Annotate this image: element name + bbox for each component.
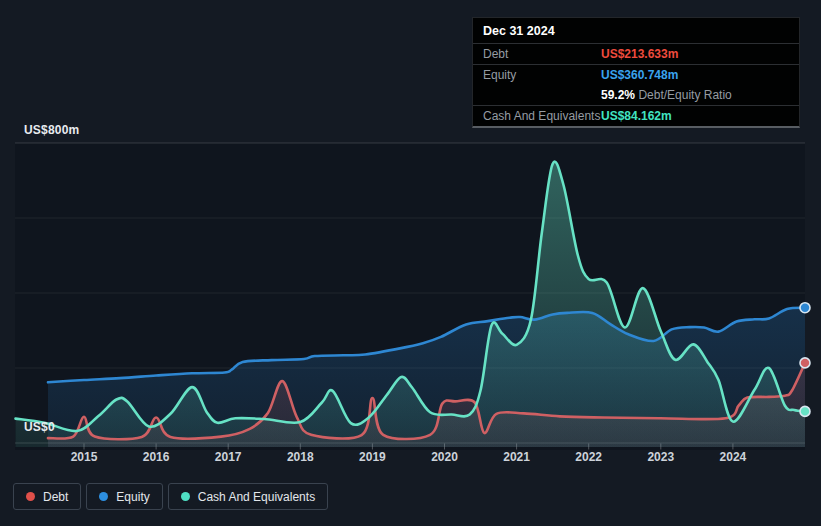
x-axis-label-2021: 2021 — [503, 450, 530, 464]
legend-item-cash-and-equivalents[interactable]: Cash And Equivalents — [168, 483, 328, 510]
tooltip-debt-value: US$213.633m — [601, 47, 789, 61]
debt-equity-chart-panel: US$800m US$0 201520162017201820192020202… — [0, 0, 821, 526]
legend: DebtEquityCash And Equivalents — [13, 483, 328, 510]
tooltip-ratio-row: 59.2% Debt/Equity Ratio — [473, 85, 799, 106]
tooltip-date: Dec 31 2024 — [473, 18, 799, 44]
x-axis-label-2016: 2016 — [143, 450, 170, 464]
x-axis-label-2019: 2019 — [359, 450, 386, 464]
cash-and-equivalents-endpoint-dot[interactable] — [800, 406, 810, 416]
tooltip-cash-label: Cash And Equivalents — [483, 109, 601, 123]
tooltip-debt-row: Debt US$213.633m — [473, 44, 799, 65]
x-axis-label-2018: 2018 — [287, 450, 314, 464]
y-axis-zero-label: US$0 — [24, 420, 55, 434]
tooltip-equity-label: Equity — [483, 68, 601, 82]
x-axis-label-2015: 2015 — [71, 450, 98, 464]
legend-label: Cash And Equivalents — [198, 490, 315, 504]
legend-dot — [99, 492, 108, 501]
tooltip-debt-label: Debt — [483, 47, 601, 61]
x-axis-label-2020: 2020 — [431, 450, 458, 464]
debt-endpoint-dot[interactable] — [800, 358, 810, 368]
legend-item-equity[interactable]: Equity — [86, 483, 162, 510]
legend-label: Debt — [43, 490, 68, 504]
chart-tooltip: Dec 31 2024 Debt US$213.633m Equity US$3… — [472, 17, 800, 128]
tooltip-cash-row: Cash And Equivalents US$84.162m — [473, 106, 799, 126]
x-axis-label-2024: 2024 — [720, 450, 747, 464]
equity-endpoint-dot[interactable] — [800, 303, 810, 313]
x-axis-label-2022: 2022 — [575, 450, 602, 464]
tooltip-equity-row: Equity US$360.748m — [473, 65, 799, 85]
x-axis-label-2017: 2017 — [215, 450, 242, 464]
tooltip-ratio-label: Debt/Equity Ratio — [638, 88, 731, 102]
tooltip-ratio-value: 59.2% — [601, 88, 635, 102]
tooltip-equity-value: US$360.748m — [601, 68, 789, 82]
legend-item-debt[interactable]: Debt — [13, 483, 81, 510]
legend-dot — [26, 492, 35, 501]
legend-label: Equity — [116, 490, 149, 504]
tooltip-cash-value: US$84.162m — [601, 109, 789, 123]
x-axis-label-2023: 2023 — [647, 450, 674, 464]
y-axis-max-label: US$800m — [24, 123, 79, 137]
legend-dot — [181, 492, 190, 501]
